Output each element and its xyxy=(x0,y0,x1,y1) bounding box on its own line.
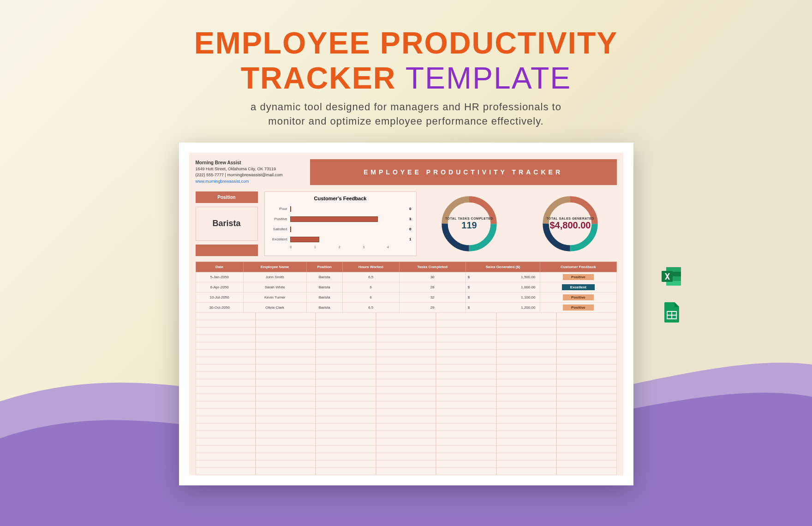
cell-feedback: Positive xyxy=(540,292,616,302)
empty-cell xyxy=(316,379,376,387)
cell-feedback: Positive xyxy=(540,302,616,312)
empty-cell xyxy=(316,438,376,446)
cell-date: 5-Jan-2050 xyxy=(196,272,243,282)
empty-cell xyxy=(196,357,256,365)
empty-cell xyxy=(436,438,496,446)
empty-cell xyxy=(196,320,256,328)
title-line1: EMPLOYEE PRODUCTIVITY xyxy=(194,26,618,60)
feedback-badge: Excellent xyxy=(562,284,595,290)
empty-cell xyxy=(256,401,316,409)
template-preview: Morning Brew Assist 1649 Hott Street, Ok… xyxy=(179,143,633,485)
empty-cell xyxy=(556,401,616,409)
company-website[interactable]: www.morningbrewassist.com xyxy=(196,179,302,185)
cell-sales: $1,200.00 xyxy=(466,302,540,312)
empty-cell xyxy=(376,446,436,453)
empty-cell xyxy=(256,409,316,416)
position-blank xyxy=(196,245,258,256)
donut-tasks: TOTAL TASKS COMPLETED 119 xyxy=(437,191,502,256)
empty-cell xyxy=(436,424,496,431)
title-line2b: TEMPLATE xyxy=(406,61,572,95)
kpi-donuts: TOTAL TASKS COMPLETED 119 TOTAL SALES GE… xyxy=(423,191,617,256)
empty-cell xyxy=(376,431,436,438)
empty-cell xyxy=(256,424,316,431)
empty-cell xyxy=(256,320,316,328)
empty-cell xyxy=(436,313,496,320)
column-header: Employee Name xyxy=(243,262,306,272)
cell-date: 8-Apr-2050 xyxy=(196,282,243,292)
empty-cell xyxy=(316,460,376,468)
column-header: Tasks Completed xyxy=(399,262,466,272)
empty-cell xyxy=(496,468,556,475)
axis-tick: 3 xyxy=(363,245,387,249)
empty-cell xyxy=(196,438,256,446)
empty-cell xyxy=(556,328,616,335)
empty-cell xyxy=(316,431,376,438)
bar-value: 1 xyxy=(407,237,411,241)
empty-cell xyxy=(196,409,256,416)
column-header: Position xyxy=(306,262,342,272)
empty-cell xyxy=(496,313,556,320)
cell-position: Barista xyxy=(306,282,342,292)
empty-rows xyxy=(196,313,617,475)
empty-cell xyxy=(496,328,556,335)
empty-cell xyxy=(316,342,376,350)
empty-cell xyxy=(196,372,256,379)
empty-cell xyxy=(376,468,436,475)
column-header: Sales Generated ($) xyxy=(466,262,540,272)
column-header: Date xyxy=(196,262,243,272)
empty-cell xyxy=(196,460,256,468)
cell-feedback: Excellent xyxy=(540,282,616,292)
empty-cell xyxy=(376,416,436,424)
cell-position: Barista xyxy=(306,292,342,302)
title-line2a: TRACKER xyxy=(241,61,396,95)
empty-cell xyxy=(196,446,256,453)
empty-cell xyxy=(496,460,556,468)
empty-cell xyxy=(436,342,496,350)
page-title: EMPLOYEE PRODUCTIVITY TRACKER TEMPLATE xyxy=(0,25,812,96)
empty-cell xyxy=(256,313,316,320)
empty-cell xyxy=(556,460,616,468)
kpi-tasks-value: 119 xyxy=(461,220,477,231)
empty-cell xyxy=(256,357,316,365)
empty-cell xyxy=(436,431,496,438)
empty-cell xyxy=(556,468,616,475)
empty-cell xyxy=(556,342,616,350)
cell-name: Olivia Clark xyxy=(243,302,306,312)
empty-cell xyxy=(436,394,496,401)
excel-icon[interactable] xyxy=(661,265,683,287)
empty-cell xyxy=(436,401,496,409)
empty-cell xyxy=(556,350,616,357)
bar-category: Positive xyxy=(269,217,290,221)
empty-cell xyxy=(316,409,376,416)
cell-name: Kevin Turner xyxy=(243,292,306,302)
empty-cell xyxy=(556,431,616,438)
empty-cell xyxy=(556,394,616,401)
table-row: 30-Oct-2050 Olivia Clark Barista 6.5 29 … xyxy=(196,302,616,312)
google-sheets-icon[interactable] xyxy=(661,301,683,323)
empty-cell xyxy=(436,328,496,335)
empty-cell xyxy=(496,401,556,409)
empty-cell xyxy=(376,401,436,409)
empty-cell xyxy=(196,387,256,394)
table-row: 8-Apr-2050 Sarah White Barista 6 28 $1,0… xyxy=(196,282,616,292)
empty-cell xyxy=(376,387,436,394)
axis-tick: 1 xyxy=(314,245,339,249)
empty-cell xyxy=(436,453,496,460)
empty-cell xyxy=(556,320,616,328)
cell-name: Sarah White xyxy=(243,282,306,292)
empty-cell xyxy=(556,416,616,424)
bar-fill xyxy=(290,216,378,222)
bar-fill xyxy=(290,227,291,232)
bar-value: 3 xyxy=(407,217,411,221)
bar-fill xyxy=(290,237,320,242)
cell-position: Barista xyxy=(306,302,342,312)
data-table: DateEmployee NamePositionHours WorkedTas… xyxy=(196,262,617,313)
empty-cell xyxy=(496,342,556,350)
empty-cell xyxy=(316,424,376,431)
table-row: 10-Jul-2050 Kevin Turner Barista 6 32 $1… xyxy=(196,292,616,302)
empty-cell xyxy=(556,453,616,460)
column-header: Hours Worked xyxy=(342,262,399,272)
empty-cell xyxy=(376,379,436,387)
empty-cell xyxy=(376,394,436,401)
cell-sales: $1,500.00 xyxy=(466,272,540,282)
